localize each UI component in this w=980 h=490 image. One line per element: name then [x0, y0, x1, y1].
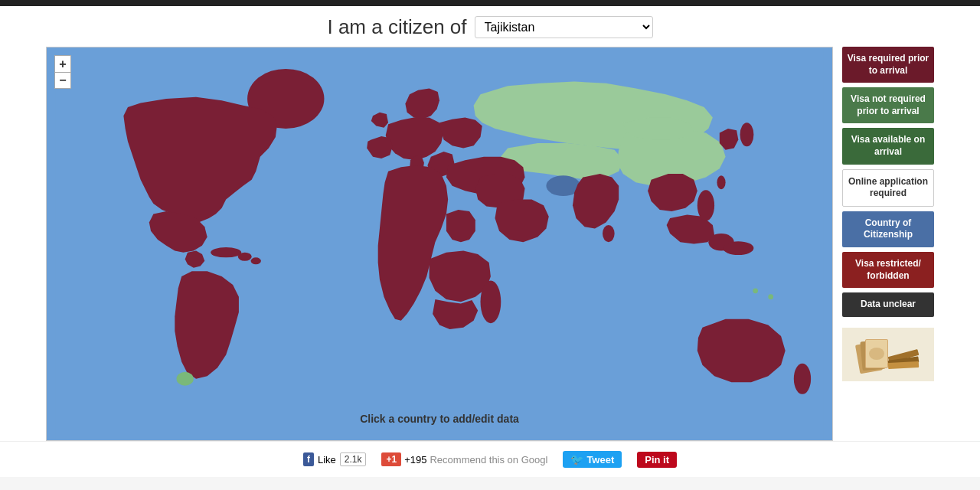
svg-point-5	[177, 372, 194, 386]
data-unclear-button[interactable]: Data unclear	[842, 292, 934, 317]
facebook-icon: f	[303, 452, 314, 466]
map-click-hint: Click a country to add/edit data	[360, 413, 519, 425]
facebook-like: f Like 2.1k	[303, 452, 367, 466]
svg-point-2	[211, 247, 241, 257]
online-application-button[interactable]: Online application required	[842, 169, 934, 207]
footer-social: f Like 2.1k +1 +195 Recommend this on Go…	[0, 441, 980, 477]
page-title: I am a citizen of TajikistanAfghanistanA…	[327, 15, 652, 39]
tweet-button[interactable]: 🐦 Tweet	[563, 451, 622, 468]
tweet-label: Tweet	[586, 454, 614, 466]
svg-point-14	[794, 364, 811, 394]
zoom-in-button[interactable]: +	[54, 55, 71, 72]
svg-point-10	[723, 241, 753, 255]
svg-point-15	[753, 288, 758, 293]
map-container[interactable]: + −	[46, 47, 833, 441]
header-section: I am a citizen of TajikistanAfghanistanA…	[0, 6, 980, 47]
pin-label: Pin it	[645, 454, 669, 466]
svg-point-11	[697, 190, 714, 220]
visa-restricted-button[interactable]: Visa restricted/ forbidden	[842, 252, 934, 288]
world-map[interactable]	[47, 47, 832, 440]
google-plus: +1 +195 Recommend this on Googl	[381, 452, 547, 466]
map-controls: + −	[54, 55, 71, 89]
pinterest-button[interactable]: Pin it	[637, 452, 677, 468]
visa-not-required-button[interactable]: Visa not required prior to arrival	[842, 87, 934, 123]
svg-point-16	[768, 294, 773, 299]
like-count: 2.1k	[340, 452, 367, 466]
svg-point-21	[869, 348, 884, 360]
svg-point-8	[603, 225, 615, 242]
visa-required-button[interactable]: Visa required prior to arrival	[842, 47, 934, 83]
sidebar-decorative-image	[842, 328, 934, 381]
tweet-icon: 🐦	[570, 453, 583, 466]
country-select[interactable]: TajikistanAfghanistanAlbaniaAlgeriaAndor…	[475, 16, 653, 38]
like-button[interactable]: Like	[318, 454, 336, 466]
country-citizenship-button[interactable]: Country of Citizenship	[842, 211, 934, 247]
top-bar	[0, 0, 980, 6]
legend-sidebar: Visa required prior to arrival Visa not …	[842, 47, 934, 441]
gplus-text: Recommend this on Googl	[430, 454, 547, 466]
zoom-out-button[interactable]: −	[54, 72, 71, 89]
gplus-count: +195	[404, 454, 426, 466]
title-text: I am a citizen of	[327, 15, 466, 39]
svg-point-4	[251, 257, 261, 264]
svg-point-12	[740, 122, 754, 146]
visa-on-arrival-button[interactable]: Visa available on arrival	[842, 128, 934, 164]
svg-point-13	[717, 175, 725, 189]
main-content: + −	[0, 47, 980, 441]
svg-point-7	[481, 280, 501, 323]
gplus-button[interactable]: +1	[381, 452, 401, 466]
svg-point-3	[238, 253, 252, 261]
